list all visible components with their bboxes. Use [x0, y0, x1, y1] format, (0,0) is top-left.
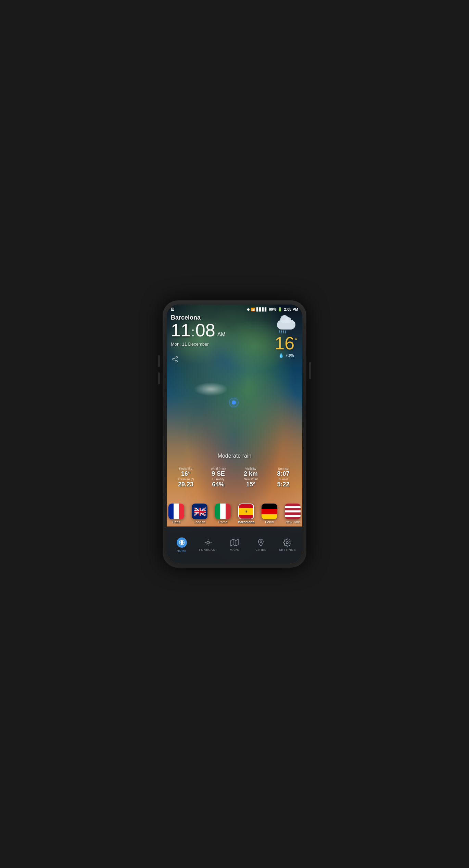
nav-home-label: HOME	[177, 549, 187, 553]
rain-drop-3	[283, 330, 284, 334]
cloud-patch	[194, 382, 228, 396]
de-red	[262, 509, 277, 514]
sunrise-stat: Sunrise 8:07 Sunset 5:22	[267, 466, 300, 490]
time-hour: 11	[171, 321, 191, 339]
pressure-value: 29.23	[170, 481, 201, 488]
battery-percent: 89%	[269, 307, 276, 311]
city-label-london: London	[194, 520, 205, 524]
svg-point-2	[176, 360, 178, 362]
power-button[interactable]	[309, 362, 311, 379]
weather-stats-grid: Feels like 16° Pressure (") 29.23 Wind (…	[167, 466, 302, 490]
city-item-rome[interactable]: Rome	[211, 504, 234, 524]
sunrise-value: 8:07	[268, 470, 299, 478]
maps-icon	[230, 538, 239, 547]
feels-like-label: Feels like	[170, 467, 201, 470]
svg-point-0	[176, 357, 178, 358]
italy-flag	[215, 504, 231, 519]
time-colon: :	[191, 326, 195, 338]
status-left: 🖼	[171, 307, 175, 311]
uk-flag	[192, 504, 207, 519]
flag-red	[179, 504, 184, 519]
wind-value: 9 SE	[203, 470, 234, 478]
city-label-berlin: Berlin	[265, 520, 274, 524]
visibility-label: Visibility	[235, 467, 266, 470]
share-button[interactable]	[172, 356, 178, 364]
nav-settings[interactable]: SETTINGS	[274, 536, 301, 554]
city-label-newyork: New York	[286, 520, 300, 524]
visibility-value: 2 km	[235, 470, 266, 478]
humidity-value: 64%	[203, 481, 234, 488]
status-bar: 🖼 ⊕ 📶 ▋▋▋▋ 89% 🔋 2:08 PM	[167, 305, 302, 314]
phone-frame: 🖼 ⊕ 📶 ▋▋▋▋ 89% 🔋 2:08 PM Barcelona 11 : …	[163, 300, 306, 568]
photo-status-icon: 🖼	[171, 307, 175, 311]
weather-right-panel: 16° 💧 70%	[274, 318, 298, 358]
temperature-display: 16°	[274, 334, 298, 352]
flag-barcelona: ⚜	[238, 504, 254, 519]
weather-cloud-icon	[274, 318, 298, 334]
nav-forecast[interactable]: FORECAST	[195, 536, 221, 554]
svg-line-3	[174, 360, 176, 361]
visibility-stat: Visibility 2 km Dew Point 15°	[234, 466, 267, 490]
svg-line-4	[174, 358, 176, 359]
flag-white	[220, 504, 225, 519]
weather-condition-text: Moderate rain	[167, 453, 302, 459]
es-red-top	[239, 504, 253, 508]
flag-rome	[215, 504, 231, 519]
humidity-label2: Humidity	[203, 478, 234, 481]
de-black	[262, 504, 277, 509]
settings-icon	[283, 538, 291, 547]
flag-newyork	[285, 504, 301, 519]
cities-row: Paris London	[167, 504, 302, 524]
phone-screen: 🖼 ⊕ 📶 ▋▋▋▋ 89% 🔋 2:08 PM Barcelona 11 : …	[167, 305, 302, 563]
flag-london	[192, 504, 207, 519]
temp-degree-symbol: °	[294, 336, 298, 345]
nav-maps-label: MAPS	[230, 548, 239, 551]
city-label-paris: Paris	[173, 520, 180, 524]
volume-up-button[interactable]	[158, 355, 160, 367]
france-flag	[168, 504, 184, 519]
rain-drop-1	[279, 330, 280, 334]
nav-cities[interactable]: CITIES	[248, 536, 274, 554]
cities-icon	[257, 538, 265, 547]
dewpoint-value: 15°	[235, 481, 266, 488]
flag-berlin	[262, 504, 277, 519]
cloud-body	[277, 320, 295, 330]
city-label-rome: Rome	[218, 520, 228, 524]
nav-cities-label: CITIES	[255, 548, 266, 551]
wind-stat: Wind (m/s) 9 SE Humidity 64%	[202, 466, 234, 490]
sunset-value: 5:22	[268, 481, 299, 488]
humidity-display: 💧 70%	[274, 353, 298, 358]
spain-coat-of-arms: ⚜	[245, 510, 248, 513]
bottom-navigation: HOME FORECAST	[167, 526, 302, 563]
sunset-label: Sunset	[268, 478, 299, 481]
flag-white	[174, 504, 179, 519]
feels-like-stat: Feels like 16° Pressure (") 29.23	[169, 466, 202, 490]
city-item-london[interactable]: London	[188, 504, 211, 524]
city-item-paris[interactable]: Paris	[167, 504, 188, 524]
city-item-barcelona[interactable]: ⚜ Barcelona	[234, 504, 258, 524]
humidity-dot-icon: 💧	[278, 353, 284, 358]
flag-blue	[168, 504, 174, 519]
usa-flag	[285, 504, 301, 519]
rain-drop-2	[281, 330, 282, 334]
es-red-bottom	[239, 515, 253, 519]
rain-drops	[279, 330, 286, 334]
germany-flag	[262, 504, 277, 519]
screen-content: 🖼 ⊕ 📶 ▋▋▋▋ 89% 🔋 2:08 PM Barcelona 11 : …	[167, 305, 302, 563]
svg-point-16	[260, 541, 262, 543]
volume-down-button[interactable]	[158, 372, 160, 384]
date-display: Mon, 11 December	[171, 342, 226, 347]
city-item-berlin[interactable]: Berlin	[258, 504, 281, 524]
flag-red	[226, 504, 231, 519]
time-display: 11 : 08 AM	[171, 321, 226, 341]
city-item-newyork[interactable]: New York	[281, 504, 302, 524]
rain-drop-4	[285, 330, 287, 334]
feels-like-value: 16°	[170, 470, 201, 478]
signal-status-icon: ▋▋▋▋	[256, 308, 267, 311]
location-status-icon: ⊕	[247, 308, 250, 311]
status-right: ⊕ 📶 ▋▋▋▋ 89% 🔋 2:08 PM	[247, 307, 298, 312]
nav-maps[interactable]: MAPS	[221, 536, 248, 554]
nav-home[interactable]: HOME	[168, 535, 195, 555]
city-label-barcelona: Barcelona	[238, 520, 254, 524]
svg-marker-13	[231, 539, 238, 546]
